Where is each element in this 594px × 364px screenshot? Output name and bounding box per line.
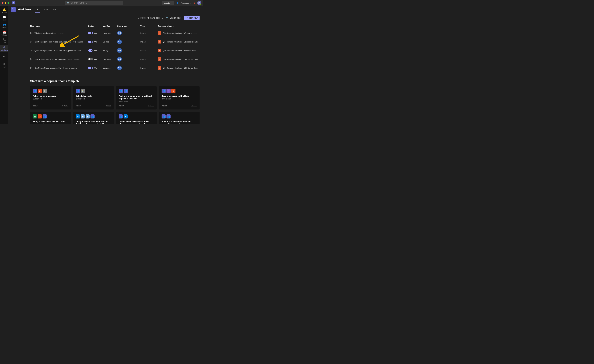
template-count: 218308 bbox=[191, 105, 197, 107]
svg-rect-15 bbox=[30, 67, 31, 67]
user-avatar[interactable]: GS bbox=[197, 1, 201, 5]
sidebar-item-activity[interactable]: 🔔Activity bbox=[0, 7, 8, 14]
office-icon: O bbox=[38, 89, 42, 93]
plus-icon: ＋ bbox=[186, 17, 188, 19]
nav-forward[interactable]: › bbox=[58, 1, 62, 5]
close-window[interactable] bbox=[2, 2, 3, 4]
chevron-down-icon: ⌄ bbox=[162, 17, 163, 19]
teams-icon: 👥 bbox=[33, 89, 37, 93]
column-header[interactable]: Modified bbox=[103, 25, 117, 27]
svg-rect-10 bbox=[30, 51, 31, 51]
teams-icon: 👥 bbox=[124, 89, 128, 93]
search-flows-input[interactable]: 🔍 Search flows bbox=[166, 17, 182, 19]
gray-icon: ⏳ bbox=[81, 89, 85, 93]
apps-icon: ⊞ bbox=[3, 63, 6, 66]
co-owner-avatar[interactable]: GS bbox=[117, 66, 122, 70]
team-channel-label: Qlik Sense notifications / Reload failur… bbox=[163, 49, 196, 52]
template-card[interactable]: 👥⏳ Schedule a reply By Microsoft Instant… bbox=[73, 86, 114, 109]
activity-icon: 🔔 bbox=[3, 8, 6, 11]
status-toggle[interactable] bbox=[88, 67, 93, 69]
svg-rect-12 bbox=[30, 58, 31, 59]
minimize-window[interactable] bbox=[5, 2, 6, 4]
chat-icon: 💬 bbox=[3, 16, 6, 19]
calls-icon: 📞 bbox=[3, 38, 6, 41]
team-channel-label: Qlik Sense notifications / Stopped reloa… bbox=[163, 41, 198, 43]
more-icon: ⋯ bbox=[170, 2, 172, 4]
status-toggle[interactable] bbox=[88, 49, 93, 52]
status-toggle[interactable] bbox=[88, 32, 93, 34]
sidebar-item-more[interactable]: ⋯ bbox=[0, 53, 8, 60]
flow-row[interactable]: Qlik Sense (on-prem) reload task stopped… bbox=[30, 37, 200, 46]
teams-icon: 👥 bbox=[76, 89, 80, 93]
modified-label: 1 d ago bbox=[103, 41, 117, 43]
team-badge-icon: QS bbox=[158, 31, 161, 35]
flow-row[interactable]: Qlik Sense (on-prem) reload task failed,… bbox=[30, 46, 200, 55]
svg-rect-11 bbox=[32, 50, 32, 51]
status-toggle[interactable] bbox=[88, 58, 93, 60]
template-card[interactable]: 👥👥 Post to a chat when a webhook request… bbox=[159, 112, 200, 124]
template-card[interactable]: 👥O⏳ Follow up on a message By Microsoft … bbox=[30, 86, 71, 109]
column-header[interactable]: Status bbox=[88, 25, 103, 27]
warning-icon[interactable]: ▲ bbox=[193, 2, 196, 4]
sidebar-label: Apps bbox=[3, 66, 6, 68]
svg-rect-4 bbox=[30, 33, 31, 34]
search-placeholder: Search (Cmd+E) bbox=[71, 2, 88, 4]
filter-flows-dropdown[interactable]: ▽ Microsoft Teams flows ⌄ bbox=[138, 17, 163, 19]
svg-rect-7 bbox=[30, 42, 31, 42]
maximize-window[interactable] bbox=[7, 2, 9, 4]
sidebar-item-teams[interactable]: 👥Teams bbox=[0, 22, 8, 29]
sidebar-item-workflows[interactable]: ⚙Workflows bbox=[0, 45, 8, 52]
team-channel-label: Qlik Sense notifications / Windows servi… bbox=[163, 32, 198, 34]
svg-point-1 bbox=[14, 10, 14, 11]
flow-name: Qlik Sense (on-prem) reload task stopped… bbox=[34, 41, 83, 43]
template-card[interactable]: 👥👥 Post to a channel when a webhook requ… bbox=[116, 86, 157, 109]
people-icon[interactable]: 👤 bbox=[176, 2, 179, 4]
global-search[interactable]: 🔍 Search (Cmd+E) bbox=[65, 1, 123, 5]
update-button[interactable]: Update ⋯ bbox=[162, 1, 175, 5]
bluel-icon: ◐ bbox=[86, 115, 90, 119]
column-header[interactable]: Co-owners bbox=[117, 25, 140, 27]
new-flow-button[interactable]: ＋ New flow bbox=[184, 16, 200, 20]
tab-chat[interactable]: Chat bbox=[52, 6, 56, 13]
tab-home[interactable]: Home bbox=[35, 6, 40, 13]
workflows-app-icon bbox=[11, 7, 16, 12]
status-label: On bbox=[94, 67, 97, 69]
flow-row[interactable]: Qlik Sense Cloud app reload failed, post… bbox=[30, 63, 200, 72]
header-more-button[interactable]: ⋯ bbox=[198, 8, 200, 11]
template-card[interactable]: ▦O👥 Notify a team when Planner tasks cha… bbox=[30, 112, 71, 124]
column-header[interactable]: Team and channel bbox=[158, 25, 200, 27]
presence-indicator bbox=[200, 4, 202, 5]
gray-icon: ⏳ bbox=[43, 89, 47, 93]
teams-icon: 👥 bbox=[3, 23, 6, 26]
flow-name: Qlik Sense (on-prem) reload task failed,… bbox=[34, 49, 81, 52]
co-owner-avatar[interactable]: GS bbox=[117, 31, 122, 35]
co-owner-avatar[interactable]: GS bbox=[117, 57, 122, 61]
column-header[interactable]: Type bbox=[140, 25, 158, 27]
template-card[interactable]: 👥NO Save a message to OneNote By Microso… bbox=[159, 86, 200, 109]
sidebar-item-calls[interactable]: 📞Calls bbox=[0, 37, 8, 44]
template-count: 640107 bbox=[62, 105, 68, 107]
flow-row[interactable]: Windows service related messages On 1 mi… bbox=[30, 29, 200, 37]
flow-name: Qlik Sense Cloud app reload failed, post… bbox=[34, 67, 77, 69]
co-owner-avatar[interactable]: GS bbox=[117, 48, 122, 53]
status-label: On bbox=[94, 32, 97, 34]
flow-name: Post to a channel when a webhook request… bbox=[34, 58, 80, 60]
status-toggle[interactable] bbox=[88, 40, 93, 43]
template-title: Post to a chat when a webhook request is… bbox=[162, 120, 197, 124]
column-header[interactable]: Flow name bbox=[30, 25, 88, 27]
tab-create[interactable]: Create bbox=[43, 6, 49, 13]
template-card[interactable]: ✉◐◐👥 Analyze emails sentiment with AI Bu… bbox=[73, 112, 114, 124]
sidebar-label: Activity bbox=[2, 12, 7, 13]
sidebar-item-apps[interactable]: ⊞Apps bbox=[0, 61, 8, 69]
flow-row[interactable]: Post to a channel when a webhook request… bbox=[30, 55, 200, 63]
team-channel-label: Qlik Sense notifications / Qlik Sense Cl… bbox=[163, 67, 198, 69]
template-author: By Microsoft bbox=[162, 98, 197, 100]
template-card[interactable]: 👥✉ Create a task in Microsoft ToDo when … bbox=[116, 112, 157, 124]
status-label: On bbox=[94, 49, 97, 52]
template-title: Create a task in Microsoft ToDo when a m… bbox=[119, 120, 154, 124]
sidebar-item-chat[interactable]: 💬Chat bbox=[0, 14, 8, 22]
co-owner-avatar[interactable]: GS bbox=[117, 40, 122, 44]
svg-point-0 bbox=[12, 8, 13, 9]
sidebar-item-calendar[interactable]: 📅Calendar bbox=[0, 30, 8, 37]
nav-back[interactable]: ‹ bbox=[54, 1, 58, 5]
